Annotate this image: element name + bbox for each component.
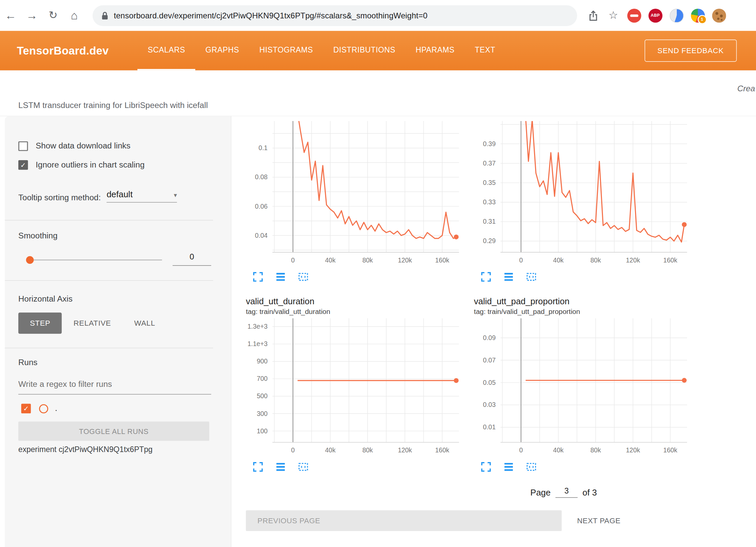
svg-text:0.08: 0.08 <box>255 174 268 181</box>
svg-text:0.03: 0.03 <box>483 401 496 408</box>
fit-domain-icon[interactable] <box>297 270 310 283</box>
experiment-header: Crea LSTM transducer training for LibriS… <box>0 71 756 116</box>
address-bar[interactable]: tensorboard.dev/experiment/cj2vtPiwQHKN9… <box>93 5 577 26</box>
chart-actions <box>480 270 696 283</box>
smoothing-slider-handle[interactable] <box>26 256 34 264</box>
fit-domain-icon[interactable] <box>525 270 538 283</box>
data-table-icon[interactable] <box>274 270 287 283</box>
svg-text:40k: 40k <box>325 446 336 454</box>
svg-text:80k: 80k <box>362 256 373 264</box>
expand-chart-icon[interactable] <box>252 461 264 473</box>
svg-text:80k: 80k <box>590 446 601 454</box>
expand-chart-icon[interactable] <box>252 270 264 283</box>
data-table-icon[interactable] <box>502 461 515 473</box>
axis-option-wall[interactable]: WALL <box>123 313 167 334</box>
checkbox-unchecked-icon[interactable] <box>18 141 28 151</box>
svg-text:160k: 160k <box>435 256 449 264</box>
home-icon[interactable]: ⌂ <box>64 9 85 22</box>
expand-chart-icon[interactable] <box>480 461 492 473</box>
fit-domain-icon[interactable] <box>525 461 538 473</box>
svg-text:0: 0 <box>291 256 295 264</box>
divider <box>5 220 213 220</box>
svg-text:40k: 40k <box>325 256 336 264</box>
chart-title: valid_utt_duration <box>246 297 468 307</box>
nav-tabs: SCALARSGRAPHSHISTOGRAMSDISTRIBUTIONSHPAR… <box>138 31 505 70</box>
svg-text:40k: 40k <box>553 446 564 454</box>
page-root: ← → ↻ ⌂ tensorboard.dev/experiment/cj2vt… <box>0 0 756 547</box>
runs-filter-input[interactable]: Write a regex to filter runs <box>18 379 211 395</box>
svg-text:0.01: 0.01 <box>483 423 496 431</box>
forward-icon[interactable]: → <box>21 9 42 22</box>
scalar-chart-plot[interactable]: 0.040.060.080.1040k80k120k160k <box>241 121 463 267</box>
run-checkbox-checked-icon[interactable]: ✓ <box>21 404 31 413</box>
reload-icon[interactable]: ↻ <box>42 9 64 22</box>
tab-hparams[interactable]: HPARAMS <box>405 31 465 70</box>
scalar-chart-plot[interactable]: 0.290.310.330.350.370.39040k80k120k160k <box>469 121 691 267</box>
run-row[interactable]: ✓ . <box>21 404 57 413</box>
axis-option-step[interactable]: STEP <box>18 313 62 334</box>
tab-scalars[interactable]: SCALARS <box>138 31 195 70</box>
scalar-chart-card: 0.040.060.080.1040k80k120k160k <box>241 116 468 283</box>
bookmark-star-icon[interactable]: ☆ <box>603 9 624 22</box>
checkbox-label: Ignore outliers in chart scaling <box>36 160 145 170</box>
svg-text:120k: 120k <box>626 446 640 454</box>
tab-histograms[interactable]: HISTOGRAMS <box>249 31 323 70</box>
svg-text:100: 100 <box>257 427 268 435</box>
smoothing-slider-track[interactable] <box>29 259 162 260</box>
scalar-chart-card: 0.290.310.330.350.370.39040k80k120k160k <box>469 116 696 283</box>
toggle-all-runs-button[interactable]: TOGGLE ALL RUNS <box>18 422 209 441</box>
svg-text:700: 700 <box>257 375 268 382</box>
chart-tag: tag: train/valid_utt_pad_proportion <box>474 308 696 315</box>
previous-page-button[interactable]: PREVIOUS PAGE <box>246 510 562 531</box>
svg-text:120k: 120k <box>398 446 412 454</box>
chart-title: valid_utt_pad_proportion <box>474 297 696 307</box>
tab-text[interactable]: TEXT <box>465 31 505 70</box>
data-table-icon[interactable] <box>502 270 515 283</box>
scalar-chart-card: valid_utt_durationtag: train/valid_utt_d… <box>241 294 468 473</box>
show-download-links-checkbox-row[interactable]: Show data download links <box>18 141 131 151</box>
svg-text:1.3e+3: 1.3e+3 <box>248 323 268 330</box>
charts-grid: 0.040.060.080.1040k80k120k160k0.290.310.… <box>241 116 756 473</box>
next-page-button[interactable]: NEXT PAGE <box>574 516 623 526</box>
smoothing-value-input[interactable]: 0 <box>172 252 211 265</box>
chart-actions <box>480 461 696 473</box>
tooltip-sorting-dropdown[interactable]: default ▾ <box>107 190 177 203</box>
send-feedback-button[interactable]: SEND FEEDBACK <box>644 39 737 62</box>
horizontal-axis-label: Horizontal Axis <box>18 294 73 304</box>
abp-extension-icon[interactable]: ABP <box>648 8 662 22</box>
brand-logo[interactable]: TensorBoard.dev <box>17 31 109 70</box>
chevron-down-icon: ▾ <box>174 192 177 199</box>
colorful-extension-icon[interactable]: 1 <box>691 8 705 22</box>
lock-icon <box>101 11 109 20</box>
share-icon[interactable] <box>583 10 603 21</box>
scalar-chart-plot[interactable]: 1003005007009001.1e+31.3e+3040k80k120k16… <box>241 318 463 457</box>
fit-domain-icon[interactable] <box>297 461 310 473</box>
svg-text:0: 0 <box>291 446 295 454</box>
browser-toolbar: ← → ↻ ⌂ tensorboard.dev/experiment/cj2vt… <box>0 0 756 31</box>
page-of-label: of 3 <box>583 487 597 498</box>
pie-extension-icon[interactable] <box>669 8 683 22</box>
svg-text:0.09: 0.09 <box>483 334 496 341</box>
horizontal-axis-buttons: STEPRELATIVEWALL <box>18 313 167 334</box>
settings-sidebar: Show data download links ✓ Ignore outlie… <box>5 116 231 547</box>
svg-text:0.37: 0.37 <box>483 159 496 167</box>
tab-graphs[interactable]: GRAPHS <box>195 31 249 70</box>
svg-text:0.29: 0.29 <box>483 237 496 245</box>
checkbox-checked-icon[interactable]: ✓ <box>18 160 28 170</box>
axis-option-relative[interactable]: RELATIVE <box>62 313 122 334</box>
scalar-chart-plot[interactable]: 0.010.030.050.070.09040k80k120k160k <box>469 318 691 457</box>
cookie-extension-icon[interactable] <box>712 8 726 22</box>
page-number-input[interactable]: 3 <box>555 487 578 498</box>
expand-chart-icon[interactable] <box>480 270 492 283</box>
data-table-icon[interactable] <box>274 461 287 473</box>
ignore-outliers-checkbox-row[interactable]: ✓ Ignore outliers in chart scaling <box>18 160 145 170</box>
svg-text:160k: 160k <box>663 446 677 454</box>
adblock-extension-icon[interactable] <box>627 8 641 22</box>
svg-text:80k: 80k <box>362 446 373 454</box>
tab-distributions[interactable]: DISTRIBUTIONS <box>323 31 405 70</box>
divider <box>5 348 213 348</box>
svg-text:160k: 160k <box>663 256 677 264</box>
back-icon[interactable]: ← <box>0 9 21 22</box>
svg-text:0.33: 0.33 <box>483 198 496 206</box>
chart-actions <box>252 270 468 283</box>
